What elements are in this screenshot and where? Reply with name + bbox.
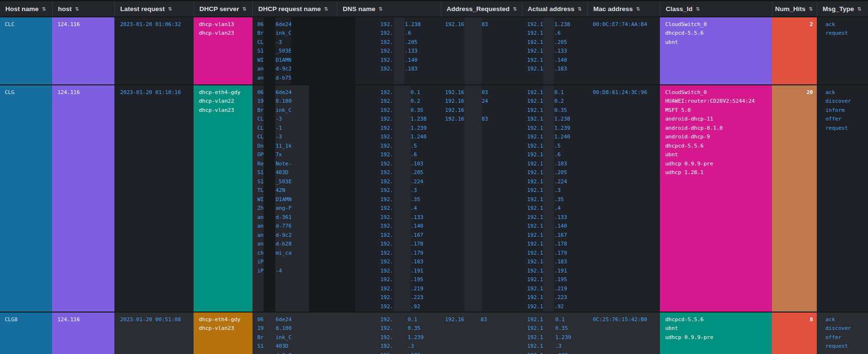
cell-dhcp-request-name: 066de24198.100Brink_CS1403Dand-9c2 <box>252 313 337 354</box>
cell-mac-address-value: 00:D8:61:24:3C:96 <box>593 88 660 97</box>
cell-latest-request-value: 2023-01-20 00:51:08 <box>120 315 194 324</box>
value-prefix: 192.1 <box>527 98 543 104</box>
redacted-gap <box>464 319 481 320</box>
column-header-label: DNS name <box>343 5 376 13</box>
cell-actual-address-line: 192.1.6 <box>522 29 588 38</box>
value-prefix: 192.16 <box>445 107 464 113</box>
value-prefix: 192. <box>380 223 393 229</box>
value-prefix: S1 <box>257 343 264 349</box>
cell-actual-address-line: 192.1.183 <box>522 65 588 74</box>
cell-actual-address-line: 192.1.3 <box>522 342 588 351</box>
value-suffix: .140 <box>411 223 424 229</box>
table-header-row: Host name⇅host⇅Latest request⇅DHCP serve… <box>0 1 868 17</box>
value-suffix: 6de24 <box>276 89 292 95</box>
redacted-gap <box>441 24 445 25</box>
num-hits-value: 8 <box>772 315 817 324</box>
value-suffix: 0.35 <box>408 325 421 331</box>
column-header-dhcp-request-name[interactable]: DHCP request name⇅ <box>252 1 337 16</box>
cell-msg-type-line: offer <box>826 115 868 124</box>
cell-class-id-line: CloudSwitch_0 <box>665 20 772 29</box>
table-row: CLC124.1162023-01-20 01:06:32dhcp-vlan13… <box>0 17 868 84</box>
redacted-gap <box>252 60 257 60</box>
redaction-box <box>394 85 411 312</box>
redacted-gap <box>441 119 445 119</box>
value-suffix: .5 <box>554 143 560 149</box>
column-header-mac-address[interactable]: Mac address⇅ <box>588 1 660 16</box>
cell-class-id-line: android-dhcp-8.1.0 <box>665 123 772 133</box>
redacted-gap <box>522 60 527 60</box>
value-suffix: .223 <box>554 294 567 300</box>
value-prefix: 192.1 <box>527 205 543 211</box>
value-prefix: an <box>257 241 264 247</box>
cell-actual-address-line: 192.10.1 <box>522 88 588 97</box>
value-suffix: .205 <box>554 169 567 176</box>
value-suffix: .179 <box>554 250 567 256</box>
column-header-dns-name[interactable]: DNS name⇅ <box>337 1 441 16</box>
column-header-actual-address[interactable]: Actual address⇅ <box>522 1 588 16</box>
value-suffix: 0.1 <box>411 89 420 95</box>
column-header-label: DHCP server <box>199 5 239 13</box>
value-prefix: 192. <box>380 250 393 256</box>
value-suffix: d-9c2 <box>276 232 292 238</box>
value-suffix: .133 <box>554 48 567 54</box>
redacted-gap <box>441 110 445 110</box>
sort-icon: ⇅ <box>242 6 246 12</box>
value-suffix: ang-F <box>276 205 292 211</box>
value-suffix: _503E <box>276 48 292 54</box>
column-header-class-id[interactable]: Class_Id⇅ <box>660 1 772 16</box>
value-suffix: mi_ca <box>276 250 292 256</box>
column-header-dhcp-server[interactable]: DHCP server⇅ <box>194 1 252 16</box>
redacted-gap <box>264 328 276 328</box>
value-prefix: 19 <box>257 325 264 331</box>
value-prefix: 192. <box>380 343 393 349</box>
value-prefix: 192. <box>380 325 393 331</box>
column-header-host-name[interactable]: Host name⇅ <box>0 1 52 16</box>
cell-address-requested: 192.1683 <box>441 313 522 354</box>
value-suffix: ink_C <box>276 30 292 36</box>
column-header-latest-request[interactable]: Latest request⇅ <box>114 1 194 16</box>
value-prefix: 192.1 <box>527 223 543 229</box>
value-suffix: 0.35 <box>411 107 424 113</box>
column-header-host[interactable]: host⇅ <box>52 1 114 16</box>
column-header-label: DHCP request name <box>258 5 321 13</box>
cell-actual-address-line: 192.11.239 <box>522 123 588 133</box>
redacted-gap <box>522 235 527 235</box>
redacted-gap <box>252 154 257 155</box>
value-suffix: .191 <box>411 268 424 274</box>
redaction-box <box>309 85 355 312</box>
table-body: CLC124.1162023-01-20 01:06:32dhcp-vlan13… <box>0 17 868 354</box>
redacted-gap <box>522 306 527 307</box>
column-header-address-requested[interactable]: Address_Requested⇅ <box>441 1 522 16</box>
sort-icon: ⇅ <box>324 6 328 12</box>
value-prefix: CL <box>257 116 264 122</box>
cell-actual-address-line: 192.1.103 <box>522 159 588 168</box>
cell-dns-name-line: 192.1.239 <box>337 333 441 342</box>
value-prefix: WI <box>257 57 264 63</box>
cell-class-id-line: MSFT 5.0 <box>665 106 772 115</box>
value-prefix: 192.1 <box>527 134 543 140</box>
cell-dhcp-server-line: dhcp-vlan22 <box>199 97 252 106</box>
value-prefix: 192.1 <box>527 352 543 354</box>
value-prefix: 06 <box>257 89 264 95</box>
column-header-msg-type[interactable]: Msg_Type⇅ <box>817 1 868 16</box>
value-suffix: 0.2 <box>411 98 420 104</box>
value-prefix: an <box>257 66 264 72</box>
value-prefix: 192. <box>380 352 393 354</box>
cell-host-value: 124.116 <box>57 315 114 324</box>
value-suffix: .6 <box>405 30 411 36</box>
value-suffix: .167 <box>411 232 424 238</box>
value-suffix: _503E <box>276 178 292 185</box>
redacted-gap <box>337 319 380 320</box>
cell-class-id: CloudSwitch_0HUAWEI:router:CD28V2:5244:2… <box>660 85 772 312</box>
value-prefix: 192.1 <box>527 259 543 265</box>
column-header-num-hits[interactable]: Num_Hits⇅ <box>772 1 817 16</box>
value-prefix: 192.1 <box>527 169 543 176</box>
cell-dhcp-server-line: dhcp-eth4-gdy <box>199 315 252 324</box>
cell-actual-address: 192.10.1192.10.35192.11.239192.1.3192.1.… <box>522 313 588 354</box>
redaction-box <box>264 85 275 312</box>
redaction-box <box>464 85 482 312</box>
value-prefix: 192. <box>380 48 393 54</box>
value-prefix: an <box>257 232 264 238</box>
value-prefix: TL <box>257 187 264 193</box>
redacted-gap <box>522 33 527 33</box>
